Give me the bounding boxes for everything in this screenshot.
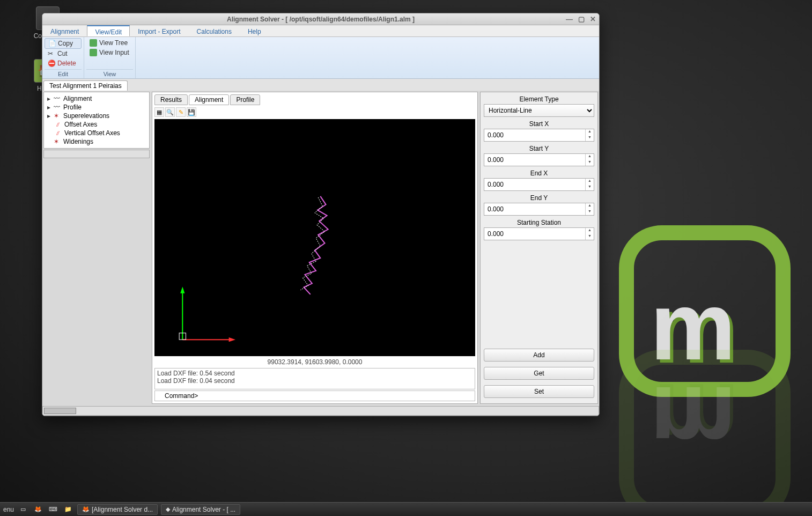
- view-input-button[interactable]: View Input: [86, 48, 133, 57]
- document-tabbar: Test Alignment 1 Peiraias: [42, 79, 599, 91]
- field-label: Start Y: [484, 145, 594, 152]
- tab-results[interactable]: Results: [154, 94, 188, 105]
- field-label: End Y: [484, 194, 594, 202]
- ribbon-group-edit: 📄Copy ✂Cut ⛔Delete Edit: [42, 37, 84, 78]
- field-label: Start X: [484, 120, 594, 128]
- zoom-icon[interactable]: 🔍: [165, 107, 175, 117]
- copy-icon: 📄: [48, 40, 56, 47]
- start-y-input[interactable]: ▲▼: [484, 153, 594, 166]
- tab-profile[interactable]: Profile: [230, 94, 260, 105]
- tree-node-offset-axes[interactable]: ⫽Offset Axes: [45, 120, 148, 129]
- tree-node-vertical-offset-axes[interactable]: ⫽Vertical Offset Axes: [45, 129, 148, 137]
- tree-node-superelevations[interactable]: ▸✶Superelevations: [45, 112, 148, 120]
- menu-calculations[interactable]: Calculations: [189, 25, 240, 36]
- save-icon[interactable]: 💾: [187, 107, 196, 117]
- tree-node-profile[interactable]: ▸〰Profile: [45, 103, 148, 112]
- spin-down[interactable]: ▼: [586, 234, 594, 240]
- tree-node-alignment[interactable]: ▸〰Alignment: [45, 94, 148, 103]
- properties-panel: Element Type Horizontal-Line Start X ▲▼ …: [480, 92, 598, 404]
- window-title: Alignment Solver - [ /opt/iqsoft/align64…: [42, 16, 599, 23]
- field-label: Starting Station: [484, 219, 594, 226]
- input-icon: [90, 49, 97, 56]
- cut-icon: ✂: [48, 50, 55, 57]
- tree-node-widenings[interactable]: ✶Widenings: [45, 137, 148, 146]
- spin-up[interactable]: ▲: [586, 203, 594, 209]
- get-button[interactable]: Get: [484, 367, 594, 380]
- tree-horizontal-scrollbar[interactable]: [43, 150, 150, 158]
- end-x-input[interactable]: ▲▼: [484, 178, 594, 191]
- end-y-input[interactable]: ▲▼: [484, 203, 594, 216]
- pencil-icon[interactable]: ✎: [176, 107, 186, 117]
- show-desktop-icon[interactable]: ▭: [17, 504, 29, 515]
- menu-view-edit[interactable]: View/Edit: [87, 25, 130, 36]
- ribbon: 📄Copy ✂Cut ⛔Delete Edit View Tree View I…: [42, 37, 599, 79]
- menu-button-label[interactable]: enu: [3, 506, 14, 513]
- canvas-toolbar: ▦ 🔍 ✎ 💾: [154, 105, 475, 119]
- minimize-button[interactable]: —: [566, 15, 573, 23]
- spin-down[interactable]: ▼: [586, 135, 594, 141]
- spin-down[interactable]: ▼: [586, 209, 594, 215]
- svg-marker-1: [180, 286, 184, 293]
- ribbon-group-label: View: [86, 69, 133, 77]
- spin-down[interactable]: ▼: [586, 160, 594, 166]
- viewport-canvas[interactable]: [154, 119, 475, 356]
- add-button[interactable]: Add: [484, 349, 594, 362]
- maximize-button[interactable]: ▢: [578, 15, 585, 23]
- menubar: Alignment View/Edit Import - Export Calc…: [42, 25, 599, 37]
- spin-down[interactable]: ▼: [586, 185, 594, 190]
- tree-icon: [90, 39, 97, 47]
- ribbon-group-view: View Tree View Input View: [84, 37, 136, 78]
- terminal-icon[interactable]: ⌨: [47, 504, 59, 515]
- taskbar: enu ▭ 🦊 ⌨ 📁 🦊 [Alignment Solver d... ◆ A…: [0, 502, 812, 516]
- firefox-icon[interactable]: 🦊: [32, 504, 44, 515]
- log-line: Load DXF file: 0.54 second: [157, 370, 473, 377]
- log-panel[interactable]: Load DXF file: 0.54 second Load DXF file…: [154, 368, 475, 389]
- cut-button[interactable]: ✂Cut: [45, 49, 82, 58]
- spin-up[interactable]: ▲: [586, 179, 594, 185]
- center-panel: Results Alignment Profile ▦ 🔍 ✎ 💾: [152, 92, 478, 404]
- tree-panel[interactable]: ▸〰Alignment ▸〰Profile ▸✶Superelevations …: [43, 92, 150, 149]
- command-input-wrap: [154, 390, 475, 401]
- center-tabs: Results Alignment Profile: [154, 94, 475, 105]
- copy-button[interactable]: 📄Copy: [45, 38, 82, 49]
- files-icon[interactable]: 📁: [62, 504, 74, 515]
- delete-icon: ⛔: [48, 60, 55, 67]
- spin-up[interactable]: ▲: [586, 228, 594, 234]
- start-x-input[interactable]: ▲▼: [484, 129, 594, 142]
- ribbon-group-label: Edit: [45, 69, 82, 77]
- mint-logo-reflection: m: [619, 350, 791, 516]
- coordinate-readout: 99032.3914, 91603.9980, 0.0000: [154, 356, 475, 368]
- command-input[interactable]: [155, 392, 475, 400]
- taskbar-item[interactable]: ◆ Alignment Solver - [ ...: [161, 504, 240, 515]
- close-button[interactable]: ✕: [590, 15, 596, 23]
- menu-import-export[interactable]: Import - Export: [130, 25, 188, 36]
- taskbar-item[interactable]: 🦊 [Alignment Solver d...: [77, 504, 158, 515]
- window-horizontal-scrollbar[interactable]: [42, 406, 599, 416]
- svg-marker-3: [229, 337, 235, 342]
- doc-tab[interactable]: Test Alignment 1 Peiraias: [43, 80, 128, 91]
- alignment-drawing: [154, 119, 475, 356]
- element-type-select[interactable]: Horizontal-Line: [484, 104, 594, 117]
- delete-button[interactable]: ⛔Delete: [45, 58, 82, 68]
- menu-help[interactable]: Help: [240, 25, 269, 36]
- element-type-label: Element Type: [484, 95, 594, 103]
- app-window: Alignment Solver - [ /opt/iqsoft/align64…: [42, 13, 600, 416]
- field-label: End X: [484, 169, 594, 177]
- tab-alignment[interactable]: Alignment: [189, 94, 229, 105]
- menu-alignment[interactable]: Alignment: [42, 25, 87, 36]
- titlebar[interactable]: Alignment Solver - [ /opt/iqsoft/align64…: [42, 13, 599, 25]
- spin-up[interactable]: ▲: [586, 154, 594, 160]
- grid-icon[interactable]: ▦: [154, 107, 164, 117]
- set-button[interactable]: Set: [484, 385, 594, 398]
- starting-station-input[interactable]: ▲▼: [484, 227, 594, 240]
- spin-up[interactable]: ▲: [586, 129, 594, 135]
- log-line: Load DXF file: 0.04 second: [157, 377, 473, 385]
- view-tree-button[interactable]: View Tree: [86, 38, 133, 48]
